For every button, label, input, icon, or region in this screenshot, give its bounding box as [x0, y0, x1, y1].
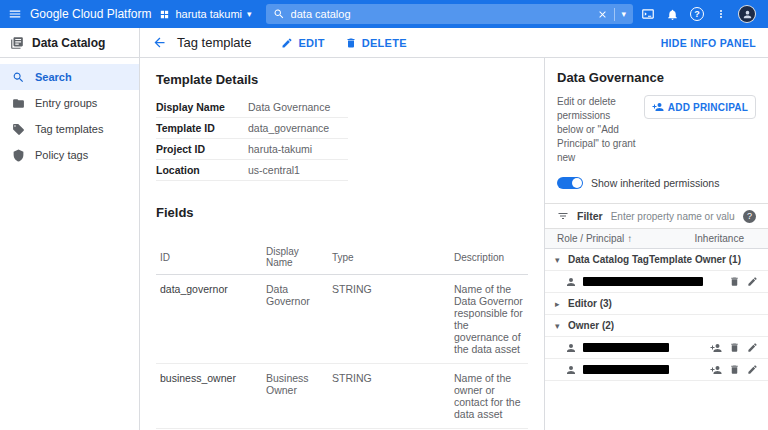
sidebar-item-label: Tag templates — [35, 123, 103, 135]
filter-icon — [557, 210, 569, 222]
delete-principal-button[interactable] — [729, 342, 740, 353]
delete-button[interactable]: DELETE — [339, 33, 413, 53]
field-row: data_governor Data Governor STRING Name … — [156, 275, 528, 364]
cloud-shell-button[interactable] — [641, 7, 655, 21]
app-bar: Google Cloud Platform haruta takumi ▾ ▾ — [0, 0, 768, 28]
toggle-label: Show inherited permissions — [591, 177, 719, 189]
bell-icon — [666, 8, 679, 21]
person-add-icon — [710, 364, 722, 376]
edit-principal-button[interactable] — [747, 364, 758, 375]
redacted-principal-name — [583, 277, 703, 286]
template-details-table: Display Name Data Governance Template ID… — [156, 97, 348, 181]
search-input[interactable] — [291, 8, 592, 20]
page-title: Tag template — [177, 35, 251, 50]
caret-down-icon: ▾ — [555, 321, 568, 331]
filter-input[interactable] — [611, 211, 735, 222]
role-group-row-tagtemplate-owner[interactable]: ▾ Data Catalog TagTemplate Owner (1) — [545, 249, 768, 271]
role-principal-sort-header[interactable]: Role / Principal ↑ — [557, 233, 632, 244]
help-icon: ? — [690, 7, 704, 21]
search-icon — [12, 71, 25, 84]
page-toolbar: Tag template EDIT DELETE HIDE INFO PANEL — [140, 28, 768, 58]
delete-principal-button[interactable] — [729, 364, 740, 375]
sidebar-item-label: Policy tags — [35, 149, 88, 161]
notifications-button[interactable] — [666, 8, 679, 21]
trash-icon — [729, 276, 740, 287]
pencil-icon — [747, 342, 758, 353]
person-icon — [565, 276, 577, 288]
hamburger-menu-button[interactable] — [8, 7, 22, 21]
sidebar-item-policy-tags[interactable]: Policy tags — [0, 142, 139, 168]
role-group-row-editor[interactable]: ▸ Editor (3) — [545, 293, 768, 315]
more-options-button[interactable] — [715, 8, 727, 20]
detail-row: Template ID data_governance — [156, 118, 348, 139]
close-icon — [597, 9, 608, 20]
project-icon — [159, 9, 170, 20]
project-name: haruta takumi — [175, 8, 242, 20]
fields-table: ID Display Name Type Description data_go… — [156, 240, 528, 430]
edit-button[interactable]: EDIT — [275, 33, 330, 53]
detail-row: Display Name Data Governance — [156, 97, 348, 118]
edit-principal-button[interactable] — [747, 342, 758, 353]
fields-header-row: ID Display Name Type Description — [156, 240, 528, 275]
more-vert-icon — [715, 8, 727, 20]
search-icon — [273, 8, 285, 20]
clear-search-button[interactable] — [597, 9, 608, 20]
sidebar-item-label: Search — [35, 71, 72, 83]
hide-info-panel-button[interactable]: HIDE INFO PANEL — [661, 37, 756, 49]
project-selector[interactable]: haruta takumi ▾ — [159, 8, 251, 20]
shield-icon — [12, 149, 25, 162]
chevron-down-icon: ▾ — [621, 10, 626, 19]
detail-row: Project ID haruta-takumi — [156, 139, 348, 160]
add-member-button[interactable] — [710, 364, 722, 376]
trash-icon — [345, 37, 357, 49]
person-add-icon — [710, 342, 722, 354]
filter-help-icon[interactable]: ? — [743, 210, 756, 223]
delete-principal-button[interactable] — [729, 276, 740, 287]
principal-row — [545, 337, 768, 359]
sidebar-product-title: Data Catalog — [0, 28, 139, 58]
pencil-icon — [747, 276, 758, 287]
chevron-down-icon: ▾ — [247, 10, 252, 19]
principal-row — [545, 359, 768, 381]
info-panel: Data Governance Edit or delete permissio… — [544, 58, 768, 430]
inherited-permissions-toggle[interactable] — [557, 177, 583, 189]
principals-table-header: Role / Principal ↑ Inheritance — [545, 229, 768, 249]
pencil-icon — [747, 364, 758, 375]
fields-heading: Fields — [156, 205, 528, 220]
back-arrow-icon — [152, 35, 167, 50]
sidebar-item-label: Entry groups — [35, 97, 97, 109]
search-options-button[interactable]: ▾ — [621, 10, 626, 19]
permissions-hint: Edit or delete permissions below or "Add… — [557, 95, 638, 165]
sidebar-item-entry-groups[interactable]: Entry groups — [0, 90, 139, 116]
trash-icon — [729, 342, 740, 353]
column-header-id: ID — [156, 240, 262, 275]
caret-down-icon: ▾ — [555, 255, 568, 265]
add-member-button[interactable] — [710, 342, 722, 354]
sidebar: Data Catalog Search Entry groups Tag tem… — [0, 28, 140, 430]
sidebar-item-search[interactable]: Search — [0, 64, 139, 90]
tag-icon — [12, 123, 25, 136]
back-button[interactable] — [152, 35, 167, 50]
help-button[interactable]: ? — [690, 7, 704, 21]
person-icon — [565, 364, 577, 376]
global-search-bar[interactable]: ▾ — [266, 4, 633, 24]
template-details-heading: Template Details — [156, 72, 528, 87]
avatar[interactable] — [738, 5, 756, 23]
add-principal-button[interactable]: ADD PRINCIPAL — [644, 95, 756, 119]
caret-right-icon: ▸ — [555, 299, 568, 309]
trash-icon — [729, 364, 740, 375]
redacted-principal-name — [583, 365, 669, 374]
sort-arrow-up-icon: ↑ — [627, 233, 632, 244]
column-header-description: Description — [450, 240, 528, 275]
detail-row: Location us-central1 — [156, 160, 348, 181]
main-content: Template Details Display Name Data Gover… — [140, 58, 544, 430]
role-group-row-owner[interactable]: ▾ Owner (2) — [545, 315, 768, 337]
edit-principal-button[interactable] — [747, 276, 758, 287]
redacted-principal-name — [583, 343, 669, 352]
search-divider — [614, 8, 615, 21]
info-panel-title: Data Governance — [557, 70, 756, 85]
filter-bar: Filter ? — [545, 203, 768, 229]
person-icon — [742, 9, 753, 20]
folder-icon — [12, 97, 25, 110]
sidebar-item-tag-templates[interactable]: Tag templates — [0, 116, 139, 142]
